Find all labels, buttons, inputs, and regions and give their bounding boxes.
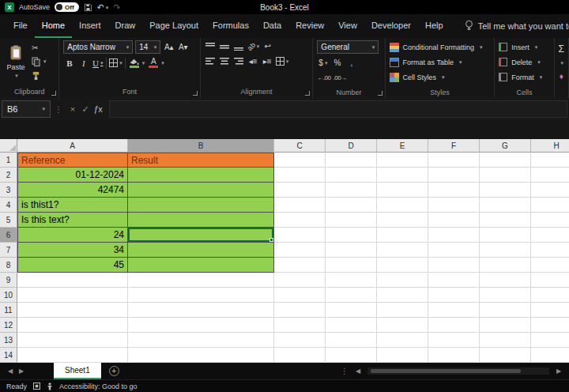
cell-E2[interactable] [377, 168, 428, 183]
cell-A8[interactable]: 45 [17, 258, 128, 273]
borders-icon[interactable]: ▾ [109, 57, 122, 69]
cell-B4[interactable] [128, 198, 274, 213]
increase-indent-icon[interactable]: ▸≡ [262, 55, 273, 67]
accounting-format-icon[interactable]: $▾ [317, 57, 329, 69]
name-box-splitter[interactable]: ⋮ [55, 105, 62, 114]
cell-F1[interactable] [428, 153, 480, 168]
cell-G10[interactable] [480, 288, 531, 303]
cell-B5[interactable] [128, 213, 274, 228]
cell-B13[interactable] [128, 333, 274, 348]
cell-C5[interactable] [274, 213, 326, 228]
cell-A5[interactable]: Is this text? [17, 213, 128, 228]
cell-A6[interactable]: 24 [17, 228, 128, 243]
align-left-icon[interactable] [205, 55, 217, 67]
cell-D10[interactable] [326, 288, 377, 303]
delete-cells-button[interactable]: Delete▾ [499, 55, 549, 69]
wrap-text-icon[interactable]: ↩ [262, 40, 273, 52]
column-header-G[interactable]: G [480, 139, 531, 153]
column-header-E[interactable]: E [377, 139, 428, 153]
cell-E3[interactable] [377, 183, 428, 198]
cell-F6[interactable] [428, 228, 480, 243]
cell-C4[interactable] [274, 198, 326, 213]
row-header-12[interactable]: 12 [0, 318, 17, 333]
underline-button[interactable]: U▾ [92, 57, 104, 69]
row-header-14[interactable]: 14 [0, 348, 17, 363]
row-header-7[interactable]: 7 [0, 243, 17, 258]
cell-E6[interactable] [377, 228, 428, 243]
cut-button[interactable]: ✂ [32, 42, 47, 54]
insert-function-icon[interactable]: ƒx [92, 104, 104, 114]
cell-G6[interactable] [480, 228, 531, 243]
select-all-corner[interactable] [0, 139, 17, 153]
clear-icon[interactable]: ♦ [560, 72, 563, 81]
new-sheet-button[interactable]: + [109, 366, 119, 376]
cell-E10[interactable] [377, 288, 428, 303]
tab-developer[interactable]: Developer [364, 14, 418, 38]
increase-font-size-icon[interactable]: A▴ [163, 41, 175, 53]
cell-G8[interactable] [480, 258, 531, 273]
cell-G12[interactable] [480, 318, 531, 333]
fill-color-icon[interactable]: ▾ [128, 57, 145, 69]
cell-F2[interactable] [428, 168, 480, 183]
cell-D2[interactable] [326, 168, 377, 183]
cell-H6[interactable] [531, 228, 569, 243]
tab-review[interactable]: Review [288, 14, 331, 38]
align-top-icon[interactable] [205, 40, 217, 52]
cell-E12[interactable] [377, 318, 428, 333]
cell-B3[interactable] [128, 183, 274, 198]
cell-G13[interactable] [480, 333, 531, 348]
cell-H11[interactable] [531, 303, 569, 318]
comma-style-icon[interactable]: , [345, 57, 357, 69]
cell-D14[interactable] [326, 348, 377, 363]
cell-H7[interactable] [531, 243, 569, 258]
orientation-icon[interactable]: ab▾ [247, 40, 260, 52]
autosum-icon[interactable]: Σ [559, 43, 564, 55]
accessibility-status[interactable]: Accessibility: Good to go [59, 383, 138, 390]
merge-center-icon[interactable]: ▾ [276, 55, 289, 67]
cell-C12[interactable] [274, 318, 326, 333]
cell-F12[interactable] [428, 318, 480, 333]
cell-B8[interactable] [128, 258, 274, 273]
cell-D12[interactable] [326, 318, 377, 333]
align-bottom-icon[interactable] [233, 40, 245, 52]
tab-bar-splitter[interactable]: ⋮ [341, 367, 349, 375]
font-color-icon[interactable]: A▾ [147, 57, 164, 69]
cell-F9[interactable] [428, 273, 480, 288]
row-header-3[interactable]: 3 [0, 183, 17, 198]
save-icon[interactable] [84, 3, 92, 12]
tab-file[interactable]: File [6, 14, 35, 38]
cell-styles-button[interactable]: Cell Styles▾ [390, 70, 491, 84]
cell-E9[interactable] [377, 273, 428, 288]
cell-F14[interactable] [428, 348, 480, 363]
cell-D7[interactable] [326, 243, 377, 258]
cell-A7[interactable]: 34 [17, 243, 128, 258]
cell-B7[interactable] [128, 243, 274, 258]
enter-icon[interactable]: ✓ [79, 104, 92, 115]
cell-E11[interactable] [377, 303, 428, 318]
undo-icon[interactable]: ↶▾ [97, 3, 109, 12]
cell-A12[interactable] [17, 318, 128, 333]
column-header-H[interactable]: H [531, 139, 569, 153]
accessibility-icon[interactable] [47, 383, 53, 390]
row-header-11[interactable]: 11 [0, 303, 17, 318]
italic-button[interactable]: I [77, 57, 89, 69]
cell-C9[interactable] [274, 273, 326, 288]
cell-C11[interactable] [274, 303, 326, 318]
cell-F11[interactable] [428, 303, 480, 318]
row-header-6[interactable]: 6 [0, 228, 17, 243]
cell-C8[interactable] [274, 258, 326, 273]
tell-me-search[interactable]: Tell me what you want to do [465, 20, 569, 32]
scrollbar-thumb[interactable] [371, 369, 521, 373]
cell-A10[interactable] [17, 288, 128, 303]
cell-D1[interactable] [326, 153, 377, 168]
cell-E14[interactable] [377, 348, 428, 363]
cell-G1[interactable] [480, 153, 531, 168]
clipboard-dialog-launcher[interactable] [51, 91, 56, 96]
cell-D3[interactable] [326, 183, 377, 198]
cell-B9[interactable] [128, 273, 274, 288]
percent-style-icon[interactable]: % [331, 57, 343, 69]
sheet-next-icon[interactable]: ▶ [16, 368, 27, 375]
row-header-1[interactable]: 1 [0, 153, 17, 168]
macro-record-icon[interactable] [33, 383, 40, 390]
cell-H2[interactable] [531, 168, 569, 183]
